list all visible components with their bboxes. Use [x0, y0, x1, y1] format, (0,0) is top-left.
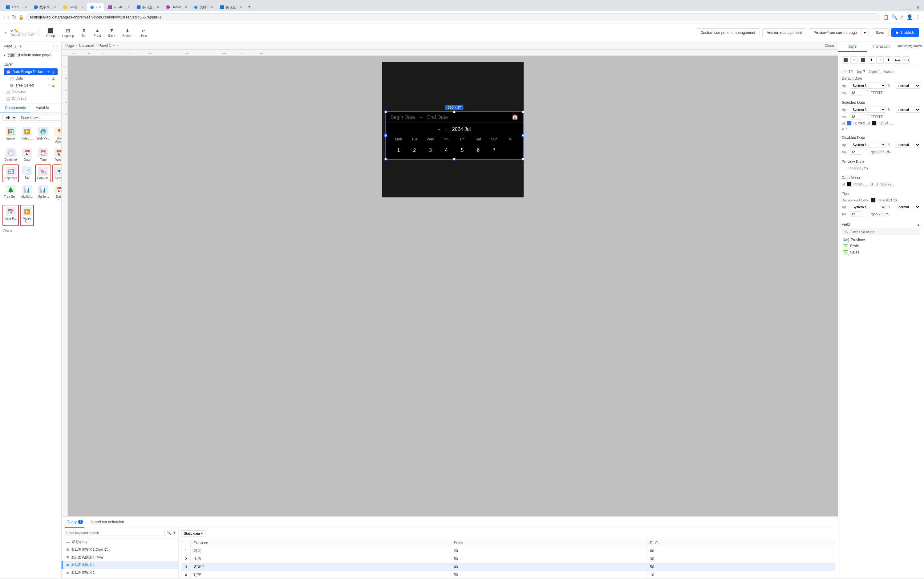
back-btn[interactable]: ▼ Back	[106, 26, 118, 39]
resize-bot-right[interactable]	[522, 158, 524, 160]
cal-day-4[interactable]: 4	[438, 145, 454, 155]
page-nav-right[interactable]: ›	[56, 44, 57, 48]
comp-datetime[interactable]: 🕐 Datetime	[2, 147, 19, 163]
query-item-dash1[interactable]: — 动态query	[62, 538, 178, 546]
cal-day-1[interactable]: 1	[391, 145, 407, 155]
comp-hotspot[interactable]: 📍 Hot Spo...	[52, 125, 61, 146]
sel-size-input[interactable]	[850, 114, 862, 119]
tab-close-4[interactable]: ×	[128, 5, 130, 9]
maximize-btn[interactable]: ⬜	[905, 5, 914, 10]
comp-video[interactable]: ▶️ Video ...	[20, 125, 34, 146]
publish-btn[interactable]: ▶ Publish	[891, 28, 919, 37]
comp-image[interactable]: 🖼️ Image	[2, 125, 19, 146]
query-search-icon[interactable]: 🔍	[167, 531, 171, 535]
resize-top-left[interactable]	[384, 111, 387, 113]
toolbar-back[interactable]: ‹	[5, 29, 7, 36]
comp-date[interactable]: 📅 Date	[20, 147, 34, 163]
sel-bg-swatch[interactable]	[872, 121, 877, 126]
default-color-swatch[interactable]	[864, 90, 869, 95]
comp-datepi[interactable]: 📅 Date Pi...	[52, 183, 61, 204]
layer-item-1[interactable]: 🕐 Date 👁 🔒	[4, 75, 57, 82]
sel-font-select[interactable]: System f...	[850, 106, 886, 113]
security-icon[interactable]: 🔒	[18, 15, 24, 20]
resize-bot-left[interactable]	[384, 158, 387, 160]
save-btn[interactable]: Save	[871, 28, 889, 37]
minimize-btn[interactable]: —	[896, 5, 904, 10]
forward-nav[interactable]: ›	[8, 15, 9, 20]
comp-treese[interactable]: 🌲 Tree Se...	[2, 183, 19, 204]
sel-color-swatch[interactable]	[864, 114, 869, 119]
right-tab-style[interactable]: Style	[838, 42, 867, 52]
custom-component-btn[interactable]: Custom component management	[696, 28, 759, 37]
cal-nav-prev[interactable]: ‹	[446, 127, 447, 132]
clipboard-icon[interactable]: 📋	[883, 14, 889, 20]
field-header[interactable]: Field ▲	[842, 221, 920, 229]
resize-mid-left[interactable]	[384, 134, 387, 137]
resize-mid-right[interactable]	[522, 134, 524, 137]
cal-day-3[interactable]: 3	[423, 145, 438, 155]
preview-dropdown[interactable]: ▾	[862, 29, 868, 37]
cal-nav-prev-prev[interactable]: «	[438, 127, 441, 132]
tips-size-input[interactable]	[850, 211, 862, 217]
comp-carousel[interactable]: 🎠 Carousel	[35, 164, 51, 182]
menu-check2[interactable]: ☐	[870, 182, 873, 186]
tab-close-2[interactable]: ×	[81, 5, 83, 9]
field-item-0[interactable]: A≡ Province	[842, 237, 920, 243]
cal-day-5[interactable]: 5	[454, 145, 470, 155]
resize-top-center[interactable]	[453, 111, 456, 113]
cal-day-7[interactable]: 7	[486, 145, 502, 155]
bottom-btn[interactable]: ⬇ Bottom	[120, 26, 135, 39]
zoom-icon[interactable]: 🔍	[891, 14, 898, 20]
layer-item-2[interactable]: ⚙️ Tree Select 👁 🔒	[4, 82, 57, 89]
breadcrumb-expand-icon[interactable]: ▾	[113, 43, 115, 48]
query-item-0[interactable]: ⊞ 默认图表数据 1 Copy C...	[62, 546, 178, 553]
date-range-bar[interactable]: Begin Date → End Date 📅	[386, 112, 523, 123]
field-search-input[interactable]	[850, 230, 918, 234]
star-icon[interactable]: ☆	[900, 14, 904, 20]
query-item-2[interactable]: ⊞ 默认图表数据 1	[62, 561, 178, 569]
tab-components[interactable]: Components	[0, 104, 31, 113]
tab-close-5[interactable]: ×	[157, 5, 159, 9]
comp-webpa[interactable]: 🌐 Web Pa...	[35, 125, 51, 146]
align-center-btn[interactable]: ≡	[850, 56, 858, 64]
undo-btn[interactable]: ↩ Undo	[137, 26, 150, 39]
align-top-btn[interactable]: ⬆	[868, 56, 875, 64]
comp-tab[interactable]: 📑 Tab	[20, 164, 34, 182]
comp-repeater[interactable]: 🔄 Repeater	[2, 164, 19, 182]
browser-tab-active[interactable]: 🔷 v ×	[87, 3, 104, 11]
top-btn[interactable]: ⬆ Top	[79, 26, 89, 39]
distribute-v-btn[interactable]: ⟻	[902, 56, 909, 64]
browser-tab-8[interactable]: 🟦 实习生... ×	[216, 3, 245, 11]
query-search-input[interactable]	[64, 530, 165, 536]
ungroup-btn[interactable]: ⊞ Ungroup	[60, 26, 76, 39]
browser-tab-4[interactable]: 🟪 2024E... ×	[105, 3, 133, 11]
align-left-btn[interactable]: ⬛	[842, 56, 849, 64]
field-item-2[interactable]: 32 Sales	[842, 249, 920, 255]
menu-icon[interactable]: ⋮	[915, 14, 920, 20]
address-bar[interactable]: testing68-abi.datarangers-onpremise.volc…	[26, 13, 880, 21]
field-item-1[interactable]: 32 Profit	[842, 243, 920, 249]
query-item-1[interactable]: ⊞ 默认图表数据 1 Copy	[62, 553, 178, 561]
comp-multipl2[interactable]: 📊 Multipl...	[35, 183, 51, 204]
dis-size-input[interactable]	[850, 149, 862, 155]
layer-item-4[interactable]: ⬜ Carousel	[4, 95, 57, 102]
tab-close-7[interactable]: ×	[211, 5, 213, 9]
close-btn[interactable]: ✕	[914, 5, 922, 10]
page-add-btn[interactable]: +	[20, 44, 22, 49]
right-tab-interaction[interactable]: Interaction	[867, 42, 895, 52]
refresh-nav[interactable]: ↻	[12, 14, 16, 20]
tab-close-1[interactable]: ×	[54, 5, 56, 9]
align-vmid-btn[interactable]: ↕	[876, 56, 884, 64]
dis-color-swatch[interactable]	[864, 149, 869, 154]
query-item-4[interactable]: ⊞ 默认地图数据	[62, 577, 178, 578]
tab-variable[interactable]: Variable	[31, 104, 54, 113]
comp-time[interactable]: ⏰ Time	[35, 147, 51, 163]
canvas-close-btn[interactable]: Close	[824, 43, 834, 48]
page-tree-item[interactable]: ▾ 页面1 (Default home page)	[0, 51, 61, 60]
tab-close-8[interactable]: ×	[240, 5, 242, 9]
static-data-btn[interactable]: Static data ▾	[181, 530, 205, 536]
cal-day-2[interactable]: 2	[407, 145, 423, 155]
sel-accent-swatch[interactable]	[847, 121, 852, 126]
tab-close-active[interactable]: ×	[99, 5, 101, 9]
right-tab-data-config[interactable]: data configuration	[895, 42, 924, 52]
